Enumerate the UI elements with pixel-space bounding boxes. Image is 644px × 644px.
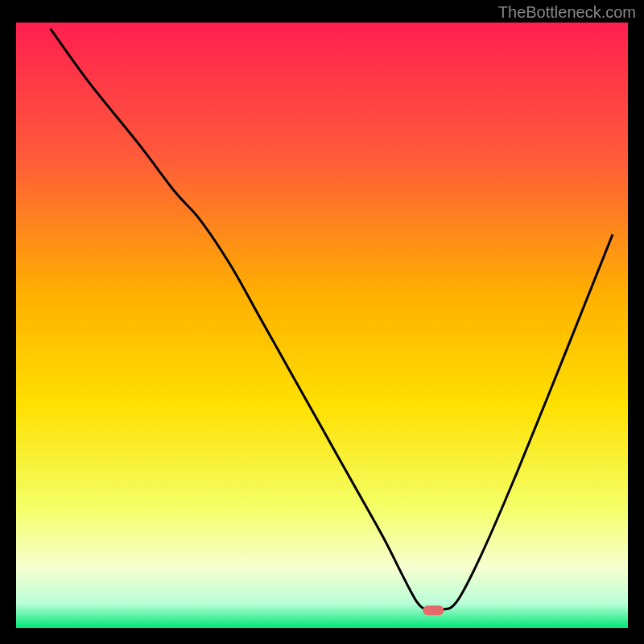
gradient-background: [16, 23, 628, 628]
chart-container: TheBottleneck.com: [0, 0, 644, 644]
optimum-marker: [423, 605, 444, 615]
bottleneck-chart: [0, 0, 644, 644]
watermark-label: TheBottleneck.com: [498, 3, 636, 22]
